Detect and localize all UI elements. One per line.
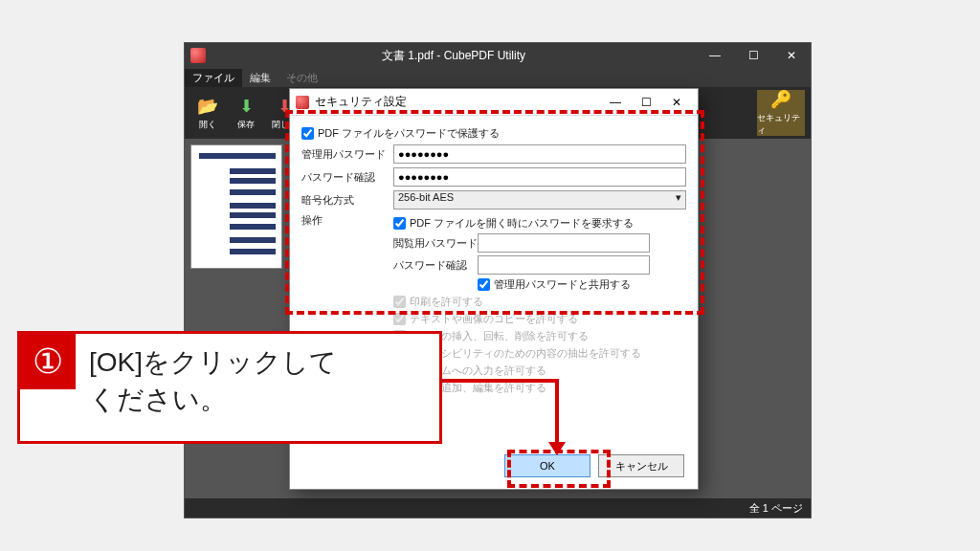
menu-edit[interactable]: 編集 bbox=[242, 69, 278, 87]
dialog-footer: OK キャンセル bbox=[504, 454, 684, 477]
dialog-close-button[interactable]: ✕ bbox=[661, 92, 692, 113]
dialog-title: セキュリティ設定 bbox=[315, 94, 407, 110]
view-pw-input[interactable] bbox=[478, 233, 650, 253]
view-pw-label: 閲覧用パスワード bbox=[393, 236, 478, 251]
confirm-pw-label: パスワード確認 bbox=[301, 170, 393, 185]
menu-bar: ファイル 編集 その他 bbox=[185, 68, 811, 87]
view-confirm-input[interactable] bbox=[478, 255, 650, 275]
close-button[interactable]: ✕ bbox=[772, 43, 811, 68]
minimize-button[interactable]: — bbox=[696, 43, 734, 68]
save-icon: ⬇ bbox=[239, 96, 254, 117]
annotation-arrow-horizontal bbox=[440, 379, 559, 383]
view-confirm-label: パスワード確認 bbox=[393, 258, 478, 273]
maximize-button[interactable]: ☐ bbox=[734, 43, 772, 68]
dialog-minimize-button[interactable]: — bbox=[600, 92, 631, 113]
dialog-titlebar: セキュリティ設定 — ☐ ✕ bbox=[290, 89, 698, 116]
admin-pw-input[interactable] bbox=[393, 144, 686, 164]
share-admin-checkbox[interactable] bbox=[478, 278, 490, 291]
main-titlebar: 文書 1.pdf - CubePDF Utility — ☐ ✕ bbox=[185, 43, 811, 68]
menu-file[interactable]: ファイル bbox=[185, 69, 242, 87]
admin-pw-label: 管理用パスワード bbox=[301, 147, 393, 162]
ok-button[interactable]: OK bbox=[504, 454, 590, 477]
app-icon bbox=[190, 48, 206, 63]
thumbnail-sidebar bbox=[185, 139, 288, 498]
cancel-button[interactable]: キャンセル bbox=[598, 454, 684, 477]
status-bar: 全 1 ページ bbox=[185, 498, 811, 518]
callout-number: ① bbox=[20, 334, 76, 389]
window-title: 文書 1.pdf - CubePDF Utility bbox=[212, 48, 696, 64]
encryption-select[interactable]: 256-bit AES▾ bbox=[393, 190, 686, 209]
tool-security[interactable]: 🔑セキュリティ bbox=[757, 90, 805, 136]
require-pw-checkbox[interactable] bbox=[393, 217, 406, 230]
chevron-down-icon: ▾ bbox=[676, 191, 681, 204]
tool-save[interactable]: ⬇保存 bbox=[229, 90, 263, 136]
annotation-arrow-vertical bbox=[555, 379, 559, 453]
page-count: 全 1 ページ bbox=[749, 501, 803, 516]
menu-other[interactable]: その他 bbox=[278, 69, 325, 87]
key-icon: 🔑 bbox=[770, 89, 791, 110]
encryption-label: 暗号化方式 bbox=[301, 193, 393, 208]
tool-open[interactable]: 📂開く bbox=[190, 90, 225, 136]
protect-label: PDF ファイルをパスワードで保護する bbox=[318, 126, 500, 141]
protect-checkbox[interactable] bbox=[301, 127, 314, 140]
allow-print-checkbox bbox=[393, 296, 406, 308]
page-thumbnail[interactable] bbox=[190, 144, 282, 269]
dialog-app-icon bbox=[296, 96, 309, 109]
confirm-pw-input[interactable] bbox=[393, 167, 686, 187]
callout-text: [OK]をクリックして ください。 bbox=[76, 334, 350, 441]
dialog-maximize-button[interactable]: ☐ bbox=[631, 92, 661, 113]
folder-open-icon: 📂 bbox=[197, 96, 218, 117]
ops-label: 操作 bbox=[301, 213, 393, 228]
instruction-callout: ① [OK]をクリックして ください。 bbox=[17, 331, 442, 444]
allow-copy-checkbox bbox=[393, 313, 406, 325]
protect-checkbox-row: PDF ファイルをパスワードで保護する bbox=[301, 126, 686, 141]
